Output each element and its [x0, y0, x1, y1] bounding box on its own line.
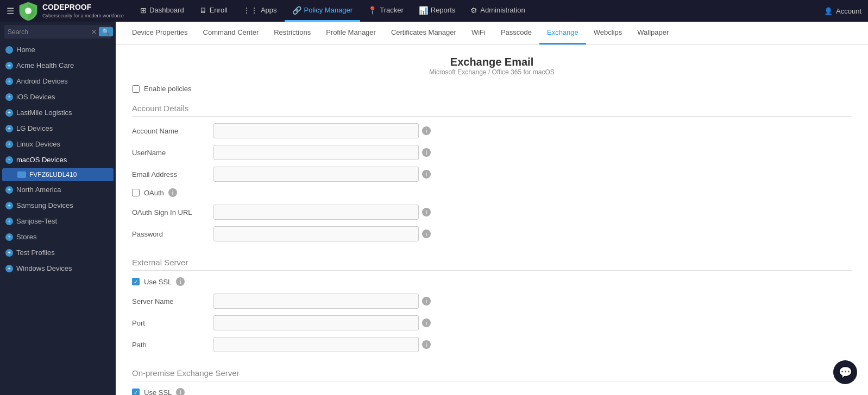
sidebar-item-lastmile[interactable]: + LastMile Logistics	[0, 105, 116, 120]
samsung-icon: +	[5, 202, 13, 209]
username-info-icon[interactable]: i	[422, 148, 431, 157]
enable-policies-checkbox[interactable]	[132, 85, 140, 93]
path-info-icon[interactable]: i	[422, 340, 431, 349]
onpremise-ssl-info-icon[interactable]: i	[176, 388, 185, 395]
port-input[interactable]	[213, 315, 419, 330]
port-label: Port	[132, 319, 208, 327]
path-input[interactable]	[213, 337, 419, 352]
password-label: Password	[132, 230, 208, 238]
sanjose-icon: +	[5, 218, 13, 225]
email-address-input-wrap: i	[213, 167, 431, 182]
server-name-info-icon[interactable]: i	[422, 297, 431, 305]
chat-button[interactable]: 💬	[833, 360, 857, 384]
tab-wallpaper[interactable]: Wallpaper	[630, 22, 676, 44]
testprofiles-icon: +	[5, 249, 13, 257]
tab-certificates-manager[interactable]: Certificates Manager	[383, 22, 464, 44]
administration-icon: ⚙	[470, 6, 477, 15]
home-icon	[5, 46, 13, 54]
external-use-ssl-row: ✓ Use SSL i	[132, 277, 852, 286]
password-input[interactable]	[213, 226, 419, 241]
path-input-wrap: i	[213, 337, 431, 352]
account-menu[interactable]: 👤 Account	[824, 7, 861, 15]
sidebar: ✕ 🔍 Home + Acme Health Care + Android De…	[0, 22, 116, 395]
nav-enroll[interactable]: 🖥 Enroll	[192, 0, 235, 22]
nav-tracker[interactable]: 📍 Tracker	[360, 0, 411, 22]
account-name-row: Account Name i	[132, 123, 852, 138]
external-use-ssl-label: Use SSL	[144, 278, 172, 286]
oauth-signin-url-input[interactable]	[213, 205, 419, 220]
exchange-form: Exchange Email Microsoft Exchange / Offi…	[116, 45, 868, 395]
sidebar-item-linux[interactable]: + Linux Devices	[0, 136, 116, 152]
main-layout: ✕ 🔍 Home + Acme Health Care + Android De…	[0, 22, 868, 395]
username-label: UserName	[132, 149, 208, 157]
northamerica-icon: +	[5, 186, 13, 194]
section-external-server: External Server	[132, 252, 852, 271]
sidebar-item-sanjose[interactable]: + Sanjose-Test	[0, 213, 116, 229]
username-input[interactable]	[213, 145, 419, 160]
enroll-icon: 🖥	[199, 6, 207, 15]
sidebar-item-stores[interactable]: + Stores	[0, 229, 116, 245]
form-subtitle: Microsoft Exchange / Office 365 for macO…	[132, 68, 852, 76]
nav-dashboard[interactable]: ⊞ Dashboard	[133, 0, 192, 22]
server-name-row: Server Name i	[132, 294, 852, 309]
account-name-input[interactable]	[213, 123, 419, 138]
search-input[interactable]	[8, 28, 89, 36]
account-name-info-icon[interactable]: i	[422, 126, 431, 135]
account-name-label: Account Name	[132, 127, 208, 135]
nav-policy-manager[interactable]: 🔗 Policy Manager	[285, 0, 361, 22]
sidebar-subitem-device[interactable]: FVFZ6LUDL410	[2, 168, 114, 181]
hamburger-icon[interactable]: ☰	[7, 6, 14, 16]
sidebar-item-android[interactable]: + Android Devices	[0, 73, 116, 89]
linux-icon: +	[5, 141, 13, 148]
server-name-input[interactable]	[213, 294, 419, 309]
sidebar-item-windows[interactable]: + Windows Devices	[0, 260, 116, 276]
sidebar-item-testprofiles[interactable]: + Test Profiles	[0, 245, 116, 260]
external-use-ssl-checkbox[interactable]: ✓	[132, 278, 140, 285]
sidebar-item-macos[interactable]: − macOS Devices	[0, 152, 116, 168]
username-input-wrap: i	[213, 145, 431, 160]
oauth-signin-info-icon[interactable]: i	[422, 208, 431, 216]
sidebar-item-lg[interactable]: + LG Devices	[0, 120, 116, 136]
sidebar-item-northamerica[interactable]: + North America	[0, 182, 116, 197]
external-ssl-info-icon[interactable]: i	[176, 277, 185, 286]
ios-icon: +	[5, 93, 13, 101]
account-icon: 👤	[824, 7, 833, 15]
onpremise-use-ssl-row: ✓ Use SSL i	[132, 388, 852, 395]
tab-bar: Device Properties Command Center Restric…	[116, 22, 868, 45]
onpremise-use-ssl-label: Use SSL	[144, 388, 172, 396]
top-navigation: ☰ CODEPROOF Cybersecurity for a modern w…	[0, 0, 868, 22]
tab-passcode[interactable]: Passcode	[493, 22, 539, 44]
tab-wifi[interactable]: WiFi	[464, 22, 493, 44]
nav-administration[interactable]: ⚙ Administration	[463, 0, 532, 22]
onpremise-use-ssl-checkbox[interactable]: ✓	[132, 388, 140, 395]
port-info-icon[interactable]: i	[422, 318, 431, 327]
nav-reports[interactable]: 📊 Reports	[411, 0, 463, 22]
sidebar-item-home[interactable]: Home	[0, 42, 116, 58]
stores-icon: +	[5, 233, 13, 241]
sidebar-item-acme[interactable]: + Acme Health Care	[0, 58, 116, 73]
tab-profile-manager[interactable]: Profile Manager	[318, 22, 383, 44]
acme-icon: +	[5, 62, 13, 69]
password-info-icon[interactable]: i	[422, 230, 431, 238]
search-button[interactable]: 🔍	[99, 27, 113, 36]
windows-icon: +	[5, 265, 13, 272]
tab-command-center[interactable]: Command Center	[196, 22, 267, 44]
macos-icon: −	[5, 156, 13, 164]
sidebar-item-ios[interactable]: + iOS Devices	[0, 89, 116, 105]
nav-apps[interactable]: ⋮⋮ Apps	[235, 0, 285, 22]
enable-policies-row: Enable policies	[132, 85, 852, 93]
oauth-checkbox[interactable]	[132, 189, 140, 196]
svg-point-0	[25, 8, 32, 14]
email-address-input[interactable]	[213, 167, 419, 182]
tab-webclips[interactable]: Webclips	[586, 22, 630, 44]
oauth-info-icon[interactable]: i	[168, 188, 177, 197]
tab-restrictions[interactable]: Restrictions	[266, 22, 318, 44]
tab-exchange[interactable]: Exchange	[539, 22, 586, 44]
clear-search-button[interactable]: ✕	[91, 28, 97, 36]
port-input-wrap: i	[213, 315, 431, 330]
lastmile-icon: +	[5, 109, 13, 117]
email-address-info-icon[interactable]: i	[422, 170, 431, 179]
sidebar-item-samsung[interactable]: + Samsung Devices	[0, 197, 116, 213]
tab-device-properties[interactable]: Device Properties	[124, 22, 196, 44]
server-name-label: Server Name	[132, 297, 208, 305]
